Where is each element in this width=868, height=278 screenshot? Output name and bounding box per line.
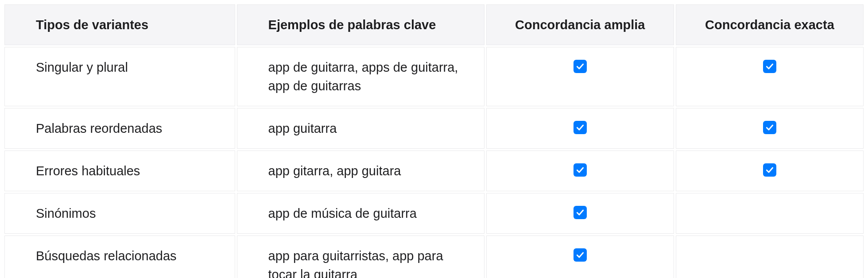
- check-icon: [574, 163, 587, 177]
- cell-broad-match: [486, 151, 674, 191]
- check-icon: [763, 163, 776, 177]
- cell-exact-match: [676, 108, 864, 149]
- header-exact-match: Concordancia exacta: [676, 4, 864, 45]
- check-icon: [763, 60, 776, 73]
- cell-exact-match: [676, 193, 864, 234]
- check-icon: [574, 60, 587, 73]
- cell-keyword-example: app de guitarra, apps de guitarra, app d…: [237, 47, 484, 106]
- cell-broad-match: [486, 236, 674, 278]
- cell-keyword-example: app gitarra, app guitara: [237, 151, 484, 191]
- header-broad-match: Concordancia amplia: [486, 4, 674, 45]
- check-icon: [574, 248, 587, 262]
- table-body: Singular y pluralapp de guitarra, apps d…: [4, 47, 864, 278]
- header-keyword-examples: Ejemplos de palabras clave: [237, 4, 484, 45]
- cell-variant-type: Singular y plural: [4, 47, 235, 106]
- table-row: Palabras reordenadasapp guitarra: [4, 108, 864, 149]
- table-row: Singular y pluralapp de guitarra, apps d…: [4, 47, 864, 106]
- cell-variant-type: Búsquedas relacionadas: [4, 236, 235, 278]
- table-header-row: Tipos de variantes Ejemplos de palabras …: [4, 4, 864, 45]
- cell-broad-match: [486, 193, 674, 234]
- cell-exact-match: [676, 236, 864, 278]
- table-row: Sinónimosapp de música de guitarra: [4, 193, 864, 234]
- check-icon: [574, 121, 587, 134]
- cell-broad-match: [486, 47, 674, 106]
- cell-variant-type: Sinónimos: [4, 193, 235, 234]
- cell-keyword-example: app para guitarristas, app para tocar la…: [237, 236, 484, 278]
- table-row: Búsquedas relacionadasapp para guitarris…: [4, 236, 864, 278]
- cell-exact-match: [676, 47, 864, 106]
- cell-exact-match: [676, 151, 864, 191]
- table-row: Errores habitualesapp gitarra, app guita…: [4, 151, 864, 191]
- check-icon: [574, 206, 587, 219]
- check-icon: [763, 121, 776, 134]
- variants-table: Tipos de variantes Ejemplos de palabras …: [3, 3, 865, 278]
- cell-variant-type: Errores habituales: [4, 151, 235, 191]
- header-variant-types: Tipos de variantes: [4, 4, 235, 45]
- cell-broad-match: [486, 108, 674, 149]
- cell-keyword-example: app de música de guitarra: [237, 193, 484, 234]
- cell-variant-type: Palabras reordenadas: [4, 108, 235, 149]
- cell-keyword-example: app guitarra: [237, 108, 484, 149]
